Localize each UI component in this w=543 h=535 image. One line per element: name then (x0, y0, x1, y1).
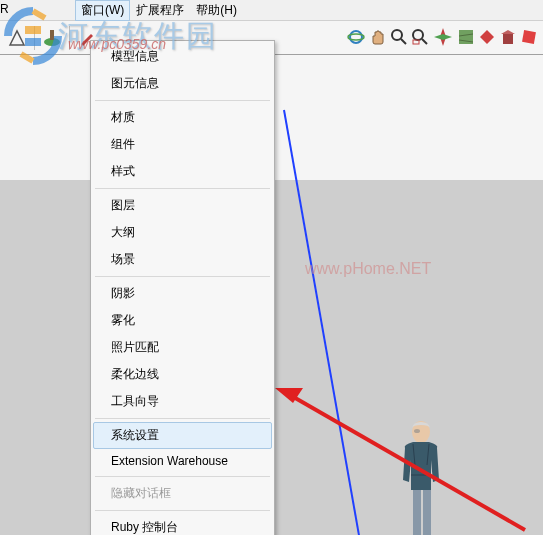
zoom-icon[interactable] (390, 28, 408, 49)
separator (95, 476, 270, 477)
svg-rect-0 (25, 26, 41, 34)
svg-rect-17 (423, 490, 431, 535)
menu-item-layers[interactable]: 图层 (93, 192, 272, 219)
svg-point-15 (414, 429, 420, 433)
zoom-window-icon[interactable] (411, 28, 429, 49)
menu-item-soften-edges[interactable]: 柔化边线 (93, 361, 272, 388)
svg-point-4 (350, 31, 362, 43)
map-icon[interactable] (457, 28, 475, 49)
orbit-icon[interactable] (346, 27, 366, 50)
watermark-logo: 河东软件园 www.pc0359.cn (3, 6, 218, 66)
svg-rect-1 (25, 38, 41, 46)
menu-item-match-photo[interactable]: 照片匹配 (93, 334, 272, 361)
watermark-phome: www.pHome.NET (305, 260, 431, 278)
building-icon[interactable] (499, 28, 517, 49)
watermark-url: www.pc0359.cn (68, 36, 166, 52)
human-figure (383, 420, 453, 535)
toolbar-right (346, 21, 543, 55)
menu-item-components[interactable]: 组件 (93, 131, 272, 158)
svg-rect-16 (413, 490, 421, 535)
pan-icon[interactable] (369, 28, 387, 49)
svg-line-9 (422, 39, 427, 44)
menu-item-shadows[interactable]: 阴影 (93, 280, 272, 307)
svg-line-7 (401, 39, 406, 44)
menu-item-outliner[interactable]: 大纲 (93, 219, 272, 246)
menu-item-hide-dialogs: 隐藏对话框 (93, 480, 272, 507)
separator (95, 418, 270, 419)
red-tool-icon[interactable] (478, 28, 496, 49)
separator (95, 510, 270, 511)
svg-point-6 (392, 30, 402, 40)
menu-item-ruby-console[interactable]: Ruby 控制台 (93, 514, 272, 535)
separator (95, 276, 270, 277)
svg-rect-12 (503, 34, 513, 44)
separator (95, 100, 270, 101)
menu-item-fog[interactable]: 雾化 (93, 307, 272, 334)
separator (95, 188, 270, 189)
menu-item-materials[interactable]: 材质 (93, 104, 272, 131)
menu-item-entity-info[interactable]: 图元信息 (93, 70, 272, 97)
menu-item-extension-warehouse[interactable]: Extension Warehouse (93, 449, 272, 473)
logo-icon (3, 6, 63, 66)
menu-item-preferences[interactable]: 系统设置 (93, 422, 272, 449)
red-shape-icon[interactable] (520, 28, 538, 49)
svg-rect-13 (522, 30, 536, 44)
svg-point-8 (413, 30, 423, 40)
menu-item-instructor[interactable]: 工具向导 (93, 388, 272, 415)
menu-item-styles[interactable]: 样式 (93, 158, 272, 185)
window-menu-dropdown: 模型信息 图元信息 材质 组件 样式 图层 大纲 场景 阴影 雾化 照片匹配 柔… (90, 40, 275, 535)
compass-icon[interactable] (432, 26, 454, 51)
menu-item-scenes[interactable]: 场景 (93, 246, 272, 273)
